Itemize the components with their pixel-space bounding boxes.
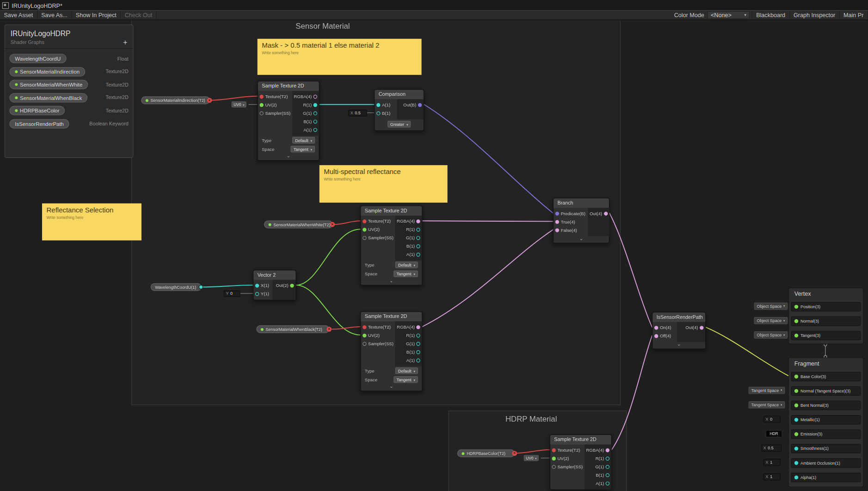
collapse-chevron-icon[interactable] bbox=[554, 236, 609, 242]
sticky-note-mask[interactable]: Mask - > 0.5 material 1 else material 2 … bbox=[258, 39, 421, 75]
node-title[interactable]: Sample Texture 2D bbox=[550, 435, 611, 444]
port-b-in[interactable]: B(1) bbox=[375, 109, 397, 118]
port-a-out[interactable]: A(1) bbox=[585, 479, 611, 488]
bentnormal-tangentspace-dropdown[interactable]: Tangent Space bbox=[748, 401, 785, 408]
fragment-ambientocclusion-row[interactable]: Ambient Occlusion(1) bbox=[789, 455, 863, 470]
node-title[interactable]: Comparison bbox=[375, 90, 423, 99]
node-issensorrenderpath-keyword[interactable]: IsSensorRenderPath On(4) Off(4) Out(4) bbox=[652, 312, 706, 349]
normal-space-dropdown[interactable]: Object Space bbox=[754, 317, 788, 324]
fragment-normal-row[interactable]: Normal (Tangent Space)(3) bbox=[789, 384, 863, 398]
port-texture-in[interactable]: Texture(T2) bbox=[361, 323, 395, 331]
property-pill-sensormaterialwhenblack[interactable]: SensorMaterialWhenBlack bbox=[9, 93, 87, 102]
blackboard-property-row[interactable]: SensorMaterialWhenBlack Texture2D bbox=[9, 91, 128, 104]
port-uv-in[interactable]: UV(2) bbox=[361, 225, 395, 234]
node-title[interactable]: Sample Texture 2D bbox=[361, 312, 422, 321]
group-title-sensor-material[interactable]: Sensor Material bbox=[295, 22, 350, 31]
context-fragment[interactable]: Fragment Base Color(3) Normal (Tangent S… bbox=[788, 357, 864, 487]
fragment-bentnormal-row[interactable]: Bent Normal(3) bbox=[789, 398, 863, 412]
property-pill-wavelengthcoordu[interactable]: WavelengthCoordU bbox=[9, 54, 66, 63]
port-true-in[interactable]: True(4) bbox=[554, 218, 588, 226]
collapse-chevron-icon[interactable] bbox=[653, 342, 705, 348]
blackboard-property-row[interactable]: SensorMaterialWhenWhite Texture2D bbox=[9, 78, 128, 91]
type-dropdown[interactable]: Default bbox=[292, 137, 315, 143]
port-false-in[interactable]: False(4) bbox=[554, 226, 588, 235]
collapse-chevron-icon[interactable] bbox=[258, 154, 319, 160]
y-value-field[interactable]: Y0 bbox=[224, 290, 240, 297]
port-uv-in[interactable]: UV(2) bbox=[550, 454, 585, 463]
main-preview-toggle-button[interactable]: Main Pr bbox=[840, 11, 868, 19]
graph-inspector-toggle-button[interactable]: Graph Inspector bbox=[790, 11, 840, 19]
node-title[interactable]: Branch bbox=[554, 199, 609, 208]
uv-channel-dropdown[interactable]: UV0 bbox=[231, 101, 246, 107]
port-off-in[interactable]: Off(4) bbox=[653, 332, 677, 340]
port-predicate-in[interactable]: Predicate(B) bbox=[554, 210, 588, 218]
port-a-out[interactable]: A(1) bbox=[292, 126, 319, 134]
property-node-wavelengthcoordu[interactable]: WavelengthCoordU(1) bbox=[151, 283, 202, 291]
sticky-note-multispectral[interactable]: Multi-spectral reflectance Write somethi… bbox=[320, 165, 448, 202]
b-value-field[interactable]: X0.5 bbox=[348, 110, 367, 116]
property-pill-issensorrenderpath[interactable]: IsSensorRenderPath bbox=[9, 119, 69, 128]
port-rgba-out[interactable]: RGBA(4) bbox=[395, 323, 422, 331]
fragment-emission-row[interactable]: Emission(3) bbox=[789, 427, 863, 441]
port-out[interactable]: Out(2) bbox=[272, 281, 295, 290]
port-a-out[interactable]: A(1) bbox=[395, 250, 422, 259]
port-out[interactable]: Out(4) bbox=[677, 323, 705, 332]
fragment-alpha-row[interactable]: Alpha(1) bbox=[789, 470, 863, 484]
save-asset-button[interactable]: Save Asset bbox=[0, 11, 37, 19]
space-dropdown[interactable]: Tangent bbox=[394, 376, 418, 383]
port-texture-in[interactable]: Texture(T2) bbox=[361, 217, 395, 225]
sticky-note-reflectance[interactable]: Reflectance Selection Write something he… bbox=[42, 203, 141, 240]
port-g-out[interactable]: G(1) bbox=[395, 340, 422, 348]
collapse-chevron-icon[interactable] bbox=[361, 278, 422, 285]
save-as-button[interactable]: Save As... bbox=[37, 11, 72, 19]
blackboard-property-row[interactable]: SensorMaterialIndirection Texture2D bbox=[9, 65, 128, 78]
color-mode-select[interactable]: <None> bbox=[708, 11, 750, 19]
port-sampler-in[interactable]: Sampler(SS) bbox=[550, 463, 585, 471]
blackboard-property-row[interactable]: IsSensorRenderPath Boolean Keyword bbox=[9, 117, 128, 130]
port-r-out[interactable]: R(1) bbox=[395, 331, 422, 340]
texture-output-port[interactable] bbox=[326, 327, 332, 332]
port-r-out[interactable]: R(1) bbox=[395, 225, 422, 234]
uv-channel-dropdown[interactable]: UV0 bbox=[523, 455, 539, 461]
port-y-in[interactable]: Y(1) bbox=[253, 290, 272, 298]
blackboard-property-row[interactable]: HDRPBaseColor Texture2D bbox=[9, 104, 128, 117]
port-texture-in[interactable]: Texture(T2) bbox=[258, 93, 292, 101]
property-pill-sensormaterialindirection[interactable]: SensorMaterialIndirection bbox=[9, 67, 85, 76]
type-dropdown[interactable]: Default bbox=[395, 261, 418, 268]
vertex-normal-row[interactable]: Normal(3) bbox=[789, 314, 863, 328]
context-vertex[interactable]: Vertex Position(3) Normal(3) Tangent(3) bbox=[788, 288, 864, 344]
node-sample-texture-2d-hdrp[interactable]: Sample Texture 2D Texture(T2) UV(2) Samp… bbox=[550, 435, 612, 490]
texture-output-port[interactable] bbox=[512, 451, 517, 456]
tangent-space-dropdown[interactable]: Object Space bbox=[754, 331, 788, 339]
port-sampler-in[interactable]: Sampler(SS) bbox=[361, 234, 395, 242]
fragment-basecolor-row[interactable]: Base Color(3) bbox=[789, 369, 863, 384]
property-node-hdrpbasecolor[interactable]: HDRPBaseColor(T2) bbox=[457, 449, 515, 457]
port-b-out[interactable]: B(1) bbox=[292, 118, 319, 126]
fragment-metallic-row[interactable]: Metallic(1) bbox=[789, 412, 863, 427]
ambientocclusion-value-field[interactable]: X1 bbox=[763, 459, 781, 466]
show-in-project-button[interactable]: Show In Project bbox=[72, 11, 121, 19]
node-vector2[interactable]: Vector 2 X(1) Y(1) Out(2) bbox=[253, 270, 296, 300]
port-x-in[interactable]: X(1) bbox=[253, 281, 272, 290]
port-a-in[interactable]: A(1) bbox=[375, 101, 397, 109]
space-dropdown[interactable]: Tangent bbox=[291, 146, 315, 152]
node-sample-texture-2d-black[interactable]: Sample Texture 2D Texture(T2) UV(2) Samp… bbox=[360, 311, 422, 391]
node-title[interactable]: Sample Texture 2D bbox=[361, 206, 422, 215]
emission-hdr-color-field[interactable]: HDR bbox=[766, 430, 782, 437]
port-r-out[interactable]: R(1) bbox=[292, 101, 319, 109]
add-property-button[interactable]: + bbox=[123, 38, 127, 47]
port-a-out[interactable]: A(1) bbox=[395, 356, 422, 365]
node-sample-texture-2d-mask[interactable]: Sample Texture 2D Texture(T2) UV(2) Samp… bbox=[258, 81, 320, 161]
vertex-tangent-row[interactable]: Tangent(3) bbox=[789, 328, 863, 342]
port-rgba-out[interactable]: RGBA(4) bbox=[395, 217, 422, 225]
port-sampler-in[interactable]: Sampler(SS) bbox=[258, 109, 292, 118]
metallic-value-field[interactable]: X0 bbox=[763, 416, 781, 423]
port-texture-in[interactable]: Texture(T2) bbox=[550, 446, 585, 454]
alpha-value-field[interactable]: X1 bbox=[763, 473, 781, 480]
float-output-port[interactable] bbox=[199, 285, 203, 290]
node-branch[interactable]: Branch Predicate(B) True(4) False(4) Out… bbox=[553, 198, 609, 243]
node-title[interactable]: IsSensorRenderPath bbox=[653, 312, 705, 322]
type-dropdown[interactable]: Default bbox=[395, 367, 418, 374]
port-r-out[interactable]: R(1) bbox=[585, 454, 611, 463]
blackboard-property-row[interactable]: WavelengthCoordU Float bbox=[9, 52, 128, 65]
